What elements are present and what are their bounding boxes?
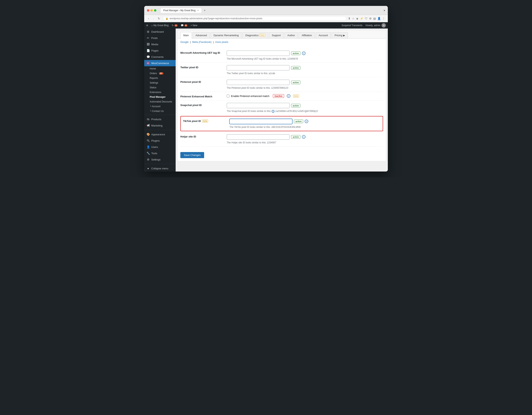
tab-diagnostics[interactable]: Diagnostics beta (242, 32, 268, 38)
sidebar-item-plugins[interactable]: 🔌 Plugins (144, 138, 176, 144)
sidebar-subitem-orders[interactable]: Orders 57 (144, 71, 176, 76)
sidebar-subitem-status[interactable]: Status (144, 85, 176, 90)
label-text-pinterest-enhanced: Pinterest Enhanced Match (180, 95, 212, 98)
browser-tab-active[interactable]: Pixel Manager ‹ My Great Blog ✕ (160, 8, 202, 13)
sidebar-item-dashboard[interactable]: ⊞ Dashboard (144, 29, 176, 35)
sidebar-item-posts[interactable]: ✏ Posts (144, 35, 176, 41)
field-wrap-twitter-pixel: active The Twitter pixel ID looks simila… (227, 65, 383, 75)
sidebar-toggle-icon[interactable]: ▤ (373, 17, 376, 20)
info-icon-tiktok-pixel[interactable]: i (305, 119, 308, 123)
topbar-site-name[interactable]: ⌂ My Great Blog (151, 24, 169, 27)
info-icon-microsoft-uet[interactable]: i (302, 51, 305, 55)
wp-body: ⊞ Dashboard ✏ Posts 🖼 Media 📄 Pages 💬 (144, 29, 388, 171)
sidebar-item-products[interactable]: 🛍 Products (144, 116, 176, 122)
tab-pricing[interactable]: Pricing ▶ (332, 32, 348, 38)
menu-icon[interactable]: ⋮ (382, 17, 385, 20)
sidebar-subitem-contact-us[interactable]: └ Contact Us (144, 109, 176, 113)
field-row-twitter-pixel: Twitter pixel ID active The Twitter pixe… (180, 63, 383, 77)
input-microsoft-uet[interactable] (227, 50, 290, 56)
howdy-section: Howdy, admin A (366, 23, 386, 28)
sidebar-item-comments[interactable]: 💬 Comments (144, 54, 176, 60)
tab-main[interactable]: Main (180, 32, 192, 39)
dot-maximize[interactable] (154, 9, 156, 12)
extension-icon-2[interactable]: ⚡ (360, 17, 363, 20)
tab-main-label: Main (183, 34, 189, 37)
sidebar-label-tools: Tools (151, 152, 157, 155)
tab-account[interactable]: Account (316, 32, 331, 38)
forward-button[interactable]: › (152, 17, 155, 20)
sidebar-item-appearance[interactable]: 🎨 Appearance (144, 131, 176, 138)
update-icon: ↻ (172, 24, 174, 27)
input-tiktok-pixel[interactable] (229, 119, 292, 124)
suspend-transients-link[interactable]: Suspend Transients (342, 24, 362, 27)
checkbox-pinterest-enhanced[interactable] (227, 95, 229, 97)
input-hotjar-site[interactable] (227, 134, 290, 140)
extension-icon-4[interactable]: ⚙ (369, 17, 372, 20)
breadcrumb-google[interactable]: Google (180, 40, 189, 43)
topbar-comments[interactable]: 💬 0 (181, 24, 188, 27)
tab-author-label: Author (287, 34, 295, 37)
topbar-wp-icon[interactable]: ⊛ (146, 24, 148, 27)
info-icon-pinterest-enhanced[interactable]: i (287, 94, 290, 98)
sidebar-subitem-extensions[interactable]: Extensions (144, 90, 176, 95)
tab-affiliation[interactable]: Affiliation (299, 32, 315, 38)
topbar-new[interactable]: + New (190, 24, 197, 27)
field-label-pinterest-pixel: Pinterest pixel ID (180, 80, 224, 83)
save-changes-button[interactable]: Save Changes (180, 152, 204, 158)
field-row-pinterest-enhanced: Pinterest Enhanced Match Enable Pinteres… (180, 92, 383, 100)
status-badge-twitter-pixel: active (291, 66, 300, 70)
back-button[interactable]: ‹ (147, 17, 150, 20)
new-tab-button[interactable]: + (203, 9, 207, 12)
sidebar-label-users: Users (151, 146, 158, 148)
marketing-icon: 📢 (147, 124, 150, 127)
tab-support[interactable]: Support (269, 32, 284, 38)
wp-admin-layout: ⊛ ⌂ My Great Blog ↻ 1 💬 0 + New (144, 22, 388, 171)
sidebar-subitem-settings[interactable]: Settings (144, 80, 176, 85)
tab-dynamic-remarketing[interactable]: Dynamic Remarketing (211, 32, 242, 38)
sidebar-item-users[interactable]: 👤 Users (144, 144, 176, 150)
sidebar-item-marketing[interactable]: 📢 Marketing (144, 122, 176, 129)
sidebar-item-tools[interactable]: 🔧 Tools (144, 150, 176, 156)
tab-diagnostics-label: Diagnostics (245, 34, 258, 37)
url-bar[interactable]: 🔒 wordpress.test/wp-admin/admin.php?page… (163, 16, 347, 21)
extension-icon-1[interactable]: ◈ (356, 17, 358, 20)
sidebar-subitem-home[interactable]: Home (144, 66, 176, 71)
input-pinterest-pixel[interactable] (227, 80, 290, 85)
input-snapchat-pixel[interactable] (227, 103, 290, 108)
label-text-microsoft-uet: Microsoft Advertising UET tag ID (180, 51, 220, 54)
info-icon-hotjar-site[interactable]: i (302, 135, 305, 139)
dot-close[interactable] (147, 9, 149, 12)
comments-icon: 💬 (147, 55, 150, 59)
bookmark-icon[interactable]: ☆ (352, 17, 355, 20)
sidebar-label-settings: Settings (151, 158, 161, 161)
sidebar-subitem-account[interactable]: └ Account (144, 104, 176, 109)
topbar-updates[interactable]: ↻ 1 (172, 24, 178, 27)
sidebar-subitem-pixel-manager[interactable]: Pixel Manager (144, 95, 176, 99)
hint-tiktok-pixel: The TikTok pixel ID looks similar to thi… (229, 126, 380, 128)
label-text-hotjar-site: Hotjar site ID (180, 135, 196, 138)
sidebar-subitem-automated-discounts[interactable]: Automated Discounts (144, 99, 176, 104)
appearance-icon: 🎨 (147, 133, 150, 136)
howdy-text: Howdy, admin (366, 24, 380, 27)
sidebar-item-collapse[interactable]: ● Collapse menu (144, 165, 176, 171)
label-text-pinterest-pixel: Pinterest pixel ID (180, 80, 201, 83)
input-twitter-pixel[interactable] (227, 65, 290, 70)
posts-icon: ✏ (147, 36, 150, 40)
tab-advanced[interactable]: Advanced (192, 32, 210, 38)
breadcrumb-more-pixels[interactable]: more pixels (215, 40, 228, 43)
profile-icon[interactable]: 👤 (377, 17, 381, 20)
sidebar-subitem-reports[interactable]: Reports (144, 76, 176, 80)
dot-minimize[interactable] (151, 9, 153, 12)
sidebar-item-media[interactable]: 🖼 Media (144, 41, 176, 47)
sidebar-label-appearance: Appearance (151, 133, 165, 136)
sidebar-item-pages[interactable]: 📄 Pages (144, 47, 176, 54)
share-icon[interactable]: ⬆ (348, 17, 351, 20)
tab-author[interactable]: Author (285, 32, 298, 38)
tab-close-icon[interactable]: ✕ (197, 9, 199, 12)
sidebar-item-woocommerce[interactable]: wc WooCommerce (144, 60, 176, 66)
refresh-button[interactable]: ↻ (157, 17, 161, 20)
extension-icon-3[interactable]: 🛡 (365, 17, 368, 20)
sidebar-item-settings[interactable]: ⚙ Settings (144, 156, 176, 163)
breadcrumb-meta[interactable]: Meta (Facebook) (192, 40, 212, 43)
admin-avatar[interactable]: A (381, 23, 386, 28)
